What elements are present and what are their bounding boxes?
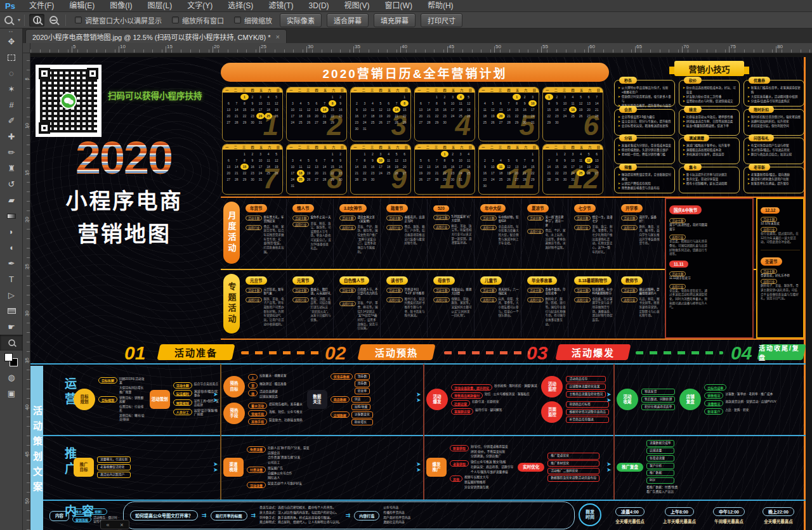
weekday: 四 xyxy=(248,145,256,150)
bullet-text: 设立会员日、积分与专属价，提升粘性 xyxy=(622,119,671,124)
close-icon[interactable]: × xyxy=(275,33,279,41)
ruler-number: 60 xyxy=(589,44,595,49)
menu-item-滤镜(T)[interactable]: 滤镜(T) xyxy=(261,0,301,12)
date: 13 xyxy=(593,157,601,164)
option-checkbox-0[interactable]: 调整窗口大小以满屏显示 xyxy=(75,15,162,25)
date: 18 xyxy=(457,107,465,113)
history-brush-tool[interactable]: ↺ xyxy=(0,176,23,192)
menu-item-图像(I)[interactable]: 图像(I) xyxy=(102,0,140,12)
date: 14 xyxy=(393,107,401,113)
lasso-tool[interactable]: ◌ xyxy=(0,65,23,81)
branch-line: 裂变活动/个人号维护好友 xyxy=(268,482,302,486)
gradient-tool[interactable] xyxy=(0,208,23,224)
theme-tag: 活动主题 xyxy=(246,216,262,221)
date: 4 xyxy=(297,100,305,107)
path-select-tool[interactable]: ▷ xyxy=(0,287,23,303)
bullet-text: 多档满减引导凑单，提高连带 xyxy=(686,152,724,157)
arrow-icon: ⇉ xyxy=(346,512,351,519)
option-checkbox-2[interactable]: 细微缩放 xyxy=(234,15,272,25)
date: 7 xyxy=(545,157,553,164)
date: 27 xyxy=(384,119,393,126)
weekday: 一 xyxy=(351,145,359,150)
date: 26 xyxy=(393,170,401,176)
zoom-tool-icon[interactable] xyxy=(1,14,16,27)
branch-label: 活动流量 xyxy=(247,482,266,488)
branch-lines: 活动页面搭建店铺氛围营造 xyxy=(259,390,278,399)
date: 11 xyxy=(577,157,585,164)
document-tab[interactable]: 2020小程序电商营销地图.jpg @ 12.5% (扫码可以获得小程序扶持, … xyxy=(25,29,287,43)
menu-item-窗口(W)[interactable]: 窗口(W) xyxy=(377,0,420,12)
healing-brush-tool[interactable]: ✚ xyxy=(0,129,23,145)
date: 16 xyxy=(521,107,529,113)
hand-tool[interactable]: ☛ xyxy=(0,319,23,335)
brush-tool[interactable]: ✏ xyxy=(0,145,23,160)
quick-mask[interactable]: ◍ xyxy=(0,370,23,385)
eyedropper-tool[interactable]: ✐ xyxy=(0,113,23,129)
pen-tool[interactable]: ✒ xyxy=(0,255,23,271)
menu-item-文件(F)[interactable]: 文件(F) xyxy=(22,0,62,12)
branch-line: 退款退货比例 · 营销活动 · 店铺PV/UV xyxy=(725,400,776,404)
date: 9 xyxy=(561,157,569,164)
toolbar-grip[interactable]: ▪▪ xyxy=(0,29,22,34)
clone-stamp-tool[interactable]: ♜ xyxy=(0,160,23,176)
separator xyxy=(65,15,66,26)
foreground-color[interactable] xyxy=(4,353,13,361)
menu-item-编辑(E)[interactable]: 编辑(E) xyxy=(62,0,102,12)
industry-row: 适用行业食品、生鲜、家居百货等，结合年前囤货需求做年货专场：礼盒/囤货/套装，打… xyxy=(246,225,284,255)
dodge-tool[interactable]: ◖ xyxy=(0,240,23,255)
date: 19 xyxy=(393,164,401,170)
option-checkbox-1[interactable]: 缩放所有窗口 xyxy=(172,15,224,25)
dropdown-caret-icon[interactable]: ▾ xyxy=(18,17,20,23)
phase-flag-01: 活动准备 xyxy=(157,344,235,360)
zoom-out-button[interactable] xyxy=(46,14,61,27)
option-button-0[interactable]: 实际像素 xyxy=(280,13,322,27)
option-button-2[interactable]: 填充屏幕 xyxy=(374,13,416,27)
zoom-tool[interactable] xyxy=(0,335,23,351)
pen-tool-icon: ✒ xyxy=(8,259,15,268)
menu-item-选择(S)[interactable]: 选择(S) xyxy=(220,0,261,12)
date: 7 xyxy=(593,94,601,100)
branch-line: 物流发货 xyxy=(641,389,675,395)
industry-tag: 适用行业 xyxy=(433,297,450,302)
tip-label: 老带新 xyxy=(749,164,770,171)
blur-tool[interactable]: ◗ xyxy=(0,224,23,240)
move-tool[interactable]: ✥ xyxy=(0,34,23,49)
flow-group: 活动策划活动主题结合节点突出卖点玩法福利满减/秒杀/赠品/优惠券预算规划宣传工具… xyxy=(150,382,219,417)
date: 20 xyxy=(497,113,505,119)
date: 3 xyxy=(289,157,297,164)
branch-line: 短/彩信、分销渠道推荐裂变 xyxy=(471,445,508,449)
crop-tool[interactable]: # xyxy=(0,97,23,113)
tip-bullet: ➤折扣深度分层，保住利润空间 xyxy=(747,124,801,128)
blank xyxy=(377,94,385,100)
brush-tool-icon: ✏ xyxy=(8,148,15,157)
menu-item-图层(L)[interactable]: 图层(L) xyxy=(140,0,180,12)
zoom-in-button[interactable] xyxy=(29,14,44,27)
menu-item-文字(Y)[interactable]: 文字(Y) xyxy=(180,0,220,12)
option-button-1[interactable]: 适合屏幕 xyxy=(327,13,369,27)
flow-column: 目标规划目标拆解回顾2019年活动效果大促目标同比增长推广预算目标规划销售目标：… xyxy=(74,377,145,422)
date: 9 xyxy=(441,100,449,107)
menu-item-3D(D)[interactable]: 3D(D) xyxy=(301,0,337,12)
tip-label: 分销 xyxy=(619,134,637,141)
close-icon[interactable]: × xyxy=(120,522,123,528)
eraser-tool[interactable]: ▰ xyxy=(0,192,23,208)
tip-bullet: ➤预售数据反哺备货与页面布局 xyxy=(618,186,671,190)
type-tool[interactable]: T xyxy=(0,271,23,287)
menu-item-帮助(H)[interactable]: 帮助(H) xyxy=(420,0,461,12)
menu-item-视图(V)[interactable]: 视图(V) xyxy=(337,0,377,12)
color-swatches[interactable] xyxy=(0,351,23,370)
weekday: 六 xyxy=(521,87,530,93)
tip-bullet: ➤集卡玩法提升打开率与回访频次 xyxy=(683,172,736,177)
shape-tool[interactable] xyxy=(0,303,23,319)
date: 15 xyxy=(400,107,409,113)
date: 15 xyxy=(513,107,521,113)
zoom-out-icon xyxy=(49,16,58,24)
screen-mode[interactable]: ▣ xyxy=(0,385,23,401)
magic-wand-tool[interactable]: ✶ xyxy=(0,81,23,97)
date: 12 xyxy=(377,107,385,113)
option-button-3[interactable]: 打印尺寸 xyxy=(421,13,462,27)
bullet-text: 接龙+限量制造稀缺感，促进下单 xyxy=(686,124,729,128)
marquee-tool[interactable] xyxy=(0,49,23,65)
industry-tag: 适用行业 xyxy=(761,227,777,232)
collapse-icon[interactable]: « xyxy=(106,522,109,528)
